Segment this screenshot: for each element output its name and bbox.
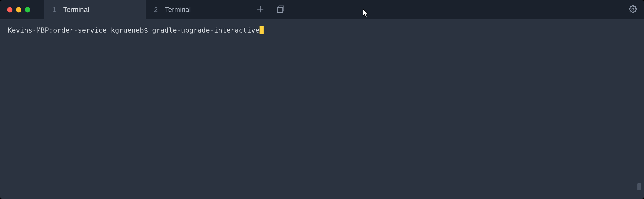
minimize-window-button[interactable] — [16, 7, 21, 12]
tab-number: 2 — [154, 6, 158, 14]
scrollbar-thumb[interactable] — [637, 183, 641, 190]
gear-icon — [629, 5, 637, 14]
window-controls — [0, 7, 30, 12]
tab-label: Terminal — [63, 6, 89, 14]
tab-actions — [256, 5, 285, 14]
tab-bar: 1 Terminal 2 Terminal — [0, 0, 247, 19]
tab-terminal-2[interactable]: 2 Terminal — [146, 0, 247, 19]
split-pane-button[interactable] — [276, 5, 285, 14]
titlebar: 1 Terminal 2 Terminal — [0, 0, 644, 19]
tab-number: 1 — [52, 6, 56, 14]
settings-button[interactable] — [629, 6, 637, 14]
terminal-window: 1 Terminal 2 Terminal — [0, 0, 644, 199]
svg-point-3 — [632, 8, 634, 10]
command-input: gradle-upgrade-interactive — [152, 25, 260, 35]
terminal-content[interactable]: Kevins-MBP:order-service kgrueneb$ gradl… — [0, 19, 644, 199]
maximize-window-button[interactable] — [25, 7, 30, 12]
window-stack-icon — [276, 5, 285, 15]
text-cursor — [260, 26, 264, 34]
terminal-line: Kevins-MBP:order-service kgrueneb$ gradl… — [8, 25, 636, 35]
new-tab-button[interactable] — [256, 5, 265, 14]
close-window-button[interactable] — [7, 7, 12, 12]
plus-icon — [256, 5, 265, 15]
svg-rect-2 — [277, 7, 283, 12]
shell-prompt: Kevins-MBP:order-service kgrueneb$ — [8, 25, 152, 35]
tab-label: Terminal — [165, 6, 191, 14]
tab-terminal-1[interactable]: 1 Terminal — [44, 0, 146, 19]
